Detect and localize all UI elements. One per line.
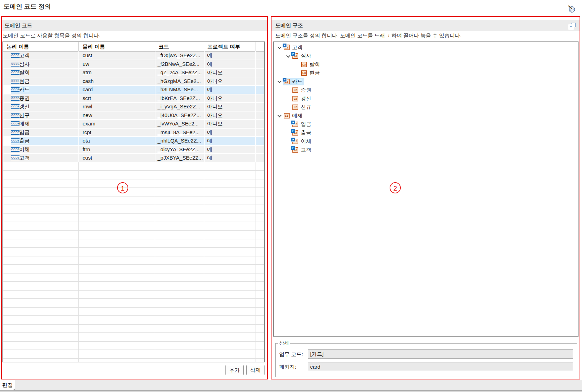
window-bottom-edge: [0, 391, 582, 392]
annotation-box-2: [271, 16, 580, 379]
annotation-number-1: 1: [117, 182, 128, 193]
domain-code-editor: 도메인 코드 정의 도메인 코드 도메인 코드로 사용할 항목을 정의 합니다.…: [0, 0, 582, 392]
page-title: 도메인 코드 정의: [3, 2, 51, 11]
annotation-number-2: 2: [390, 182, 401, 193]
bottom-tab-strip: [0, 380, 582, 391]
tab-edit[interactable]: 편집: [0, 380, 15, 390]
editor-clock-pencil-icon: [567, 5, 576, 13]
annotation-box-1: [1, 16, 268, 379]
